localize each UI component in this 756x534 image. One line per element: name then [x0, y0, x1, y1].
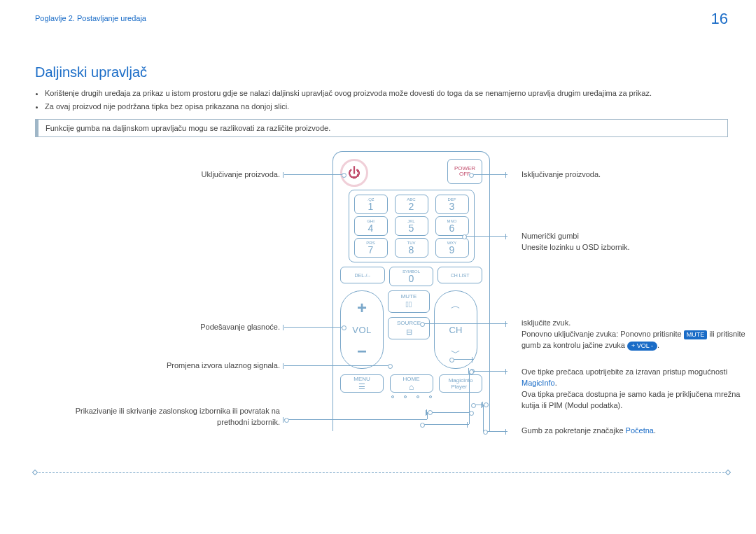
page-continuation [35, 472, 728, 473]
source-icon: ⊟ [406, 328, 412, 336]
vol-rocker: + VOL − [340, 290, 384, 369]
bullet-2: Za ovaj proizvod nije podržana tipka bez… [45, 101, 728, 113]
vol-minus-icon: − [357, 342, 367, 361]
power-off-button: POWER OFF [447, 159, 482, 184]
del-button: DEL-/-- [340, 267, 385, 283]
callout-numeric: Numerički gumbi Unesite lozinku u OSD iz… [522, 231, 746, 253]
magicinfo-button: MagicInfo Player I [439, 374, 482, 393]
chapter-label: Poglavlje 2. Postavljanje uređaja [35, 14, 728, 22]
ch-rocker: ︿ CH ﹀ [434, 290, 477, 369]
remote-diagram: ⏻ POWER OFF .QZ1 ABC2 DEF3 GHI4 JKL5 MNO… [35, 151, 728, 473]
mute-icon: 🕨⃠ [406, 300, 412, 309]
bullet-1: Korištenje drugih uređaja za prikaz u is… [45, 87, 728, 99]
callout-volume: Podešavanje glasnoće. [144, 322, 280, 333]
callout-menu: Prikazivanje ili skrivanje zaslonskog iz… [49, 406, 280, 428]
note-box: Funkcije gumba na daljinskom upravljaču … [35, 119, 728, 137]
menu-button: MENU ☰ [340, 374, 384, 393]
section-title: Daljinski upravljač [35, 64, 728, 80]
source-button: SOURCE ⊟ [388, 317, 430, 339]
callout-magicinfo: Ove tipke prečaca upotrijebite za izrava… [522, 367, 756, 412]
chevron-up-icon: ︿ [451, 300, 461, 312]
callout-power-on: Uključivanje proizvoda. [144, 169, 280, 181]
remote-outline: ⏻ POWER OFF .QZ1 ABC2 DEF3 GHI4 JKL5 MNO… [332, 151, 490, 431]
callout-source: Promjena izvora ulaznog signala. [119, 360, 280, 372]
page-number: 16 [711, 10, 728, 28]
chlist-button: CH LIST [438, 267, 482, 283]
callout-power-off: Isključivanje proizvoda. [522, 169, 601, 181]
numpad: .QZ1 ABC2 DEF3 GHI4 JKL5 MNO6 PRS7 TUV8 … [349, 190, 475, 262]
menu-icon: ☰ [358, 383, 365, 391]
mute-button: MUTE 🕨⃠ [388, 290, 430, 313]
callout-mute: isključite zvuk. Ponovno uključivanje zv… [522, 318, 756, 351]
home-icon: ⌂ [409, 383, 414, 391]
callout-home: Gumb za pokretanje značajke Početna. [522, 426, 756, 437]
vol-plus-icon: + [357, 298, 367, 318]
home-button: HOME ⌂ [390, 374, 433, 393]
